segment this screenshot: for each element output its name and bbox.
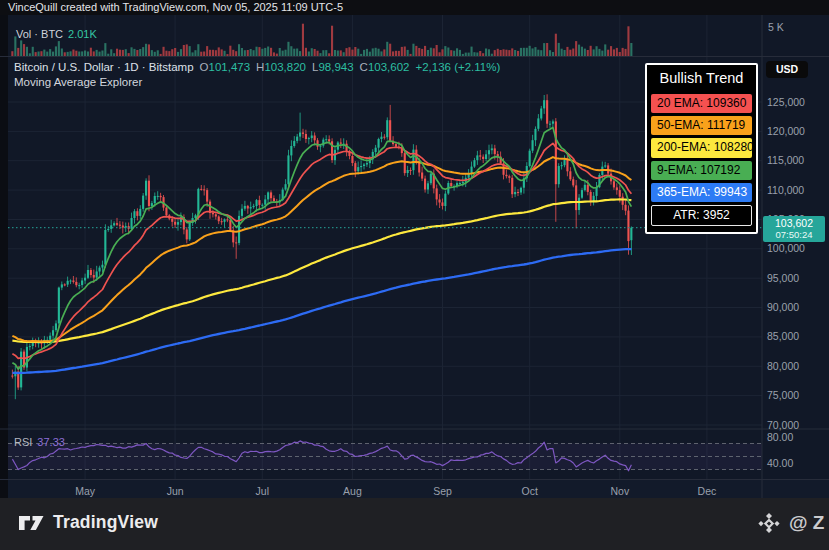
svg-text:85,000: 85,000 [767, 330, 799, 342]
rsi-indicator-label[interactable]: RSI37.33 [14, 436, 65, 448]
tradingview-brand-text: TradingView [53, 512, 158, 533]
svg-text:95,000: 95,000 [767, 272, 799, 284]
rsi-value: 37.33 [37, 436, 65, 448]
volume-indicator-label[interactable]: Vol · BTC2.01K [16, 28, 97, 40]
svg-text:115,000: 115,000 [767, 154, 804, 166]
svg-text:120,000: 120,000 [767, 125, 805, 137]
footer-bar: TradingView @ Z [0, 498, 829, 550]
legend-item-20ema: 20 EMA: 109360 [651, 94, 752, 113]
currency-toggle-button[interactable]: USD [766, 61, 808, 78]
svg-text:5 K: 5 K [768, 21, 784, 33]
svg-text:Oct: Oct [522, 485, 538, 497]
svg-text:Sep: Sep [433, 485, 452, 497]
legend-item-9ema: 9-EMA: 107192 [651, 161, 752, 180]
svg-text:80,000: 80,000 [767, 360, 799, 372]
tradingview-logo-icon [18, 513, 45, 533]
close-value: 103,602 [368, 61, 410, 73]
last-price-value: 103,602 [763, 217, 825, 229]
attribution-text: VinceQuill created with TradingView.com,… [8, 1, 343, 13]
volume-value: 2.01K [68, 28, 97, 40]
svg-text:Jun: Jun [167, 485, 184, 497]
ma-legend-panel: Bullish Trend 20 EMA: 109360 50-EMA: 111… [645, 63, 758, 234]
channel-watermark: @ Z [756, 510, 829, 536]
svg-text:Nov: Nov [610, 485, 629, 497]
svg-text:Jul: Jul [256, 485, 269, 497]
svg-text:125,000: 125,000 [767, 96, 805, 108]
open-value: 101,473 [209, 61, 251, 73]
close-label: C [360, 61, 368, 73]
symbol-title-row[interactable]: Bitcoin / U.S. Dollar · 1D · BitstampO10… [14, 61, 500, 73]
attribution-bar: VinceQuill created with TradingView.com,… [0, 0, 829, 15]
svg-text:Aug: Aug [343, 485, 362, 497]
legend-item-atr: ATR: 3952 [651, 205, 752, 226]
legend-item-365ema: 365-EMA: 99943 [651, 183, 752, 202]
svg-text:May: May [75, 485, 96, 497]
svg-text:75,000: 75,000 [767, 389, 799, 401]
indicator-title[interactable]: Moving Average Explorer [14, 76, 142, 88]
svg-text:100,000: 100,000 [767, 242, 805, 254]
low-value: 98,943 [318, 61, 353, 73]
symbol-description: Bitcoin / U.S. Dollar · 1D · Bitstamp [14, 61, 194, 73]
high-value: 103,820 [264, 61, 306, 73]
watermark-text: @ Z [789, 512, 824, 534]
bar-countdown: 07:50:24 [763, 229, 825, 240]
svg-text:110,000: 110,000 [767, 184, 804, 196]
svg-text:Dec: Dec [698, 485, 717, 497]
svg-text:70,000: 70,000 [767, 419, 799, 431]
tradingview-brand[interactable]: TradingView [18, 512, 158, 533]
legend-item-200ema: 200-EMA: 108280 [651, 138, 752, 157]
svg-text:40.00: 40.00 [767, 457, 793, 469]
volume-label-text: Vol · BTC [16, 28, 63, 40]
svg-text:90,000: 90,000 [767, 301, 799, 313]
svg-text:80.00: 80.00 [767, 431, 793, 443]
rsi-label-text: RSI [14, 436, 32, 448]
open-label: O [200, 61, 209, 73]
diamond-logo-icon [756, 510, 782, 536]
legend-item-50ema: 50-EMA: 111719 [651, 116, 752, 135]
change-value: +2,136 (+2.11%) [415, 61, 500, 73]
tradingview-chart-screenshot: VinceQuill created with TradingView.com,… [0, 0, 829, 550]
last-price-badge: 103,602 07:50:24 [763, 216, 825, 242]
trend-status-label: Bullish Trend [650, 67, 753, 91]
